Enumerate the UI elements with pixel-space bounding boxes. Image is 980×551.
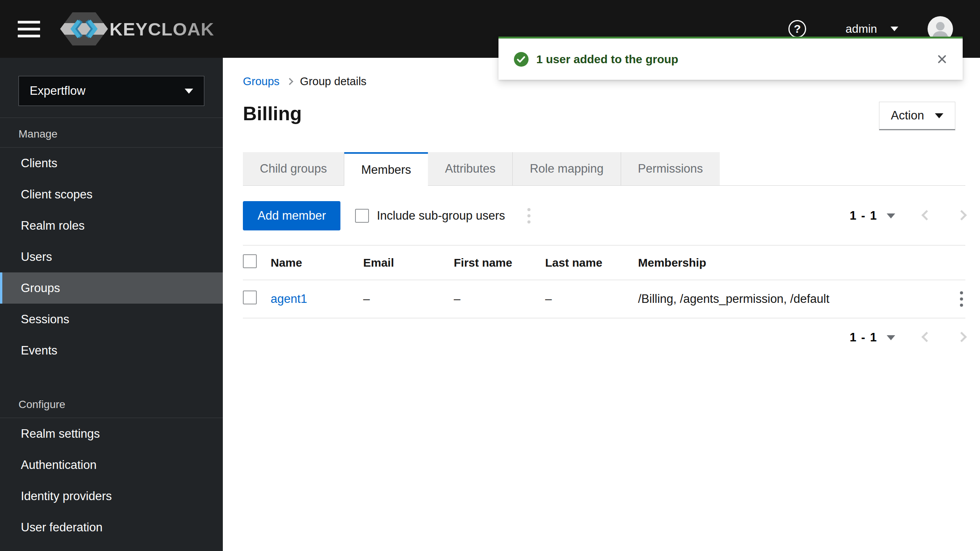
sidebar-item-sessions[interactable]: Sessions xyxy=(0,304,223,335)
pagination-next-button[interactable] xyxy=(930,212,965,220)
sidebar-item-clients[interactable]: Clients xyxy=(0,148,223,179)
tab-members[interactable]: Members xyxy=(344,152,428,186)
include-subgroup-label: Include sub-group users xyxy=(377,209,505,223)
select-all-checkbox[interactable] xyxy=(243,254,257,268)
members-table: Name Email First name Last name Membersh… xyxy=(243,245,965,318)
sidebar-item-identity-providers[interactable]: Identity providers xyxy=(0,480,223,512)
breadcrumb-link-groups[interactable]: Groups xyxy=(243,75,280,88)
pagination-bottom: 1 - 1 xyxy=(850,331,965,344)
column-header-membership: Membership xyxy=(638,245,938,280)
sidebar-item-realm-roles[interactable]: Realm roles xyxy=(0,210,223,241)
pagination-chevron-down-icon xyxy=(887,335,895,340)
success-toast: 1 user added to the group xyxy=(498,37,963,80)
chevron-right-icon xyxy=(956,210,967,220)
member-email: – xyxy=(363,280,454,318)
sidebar-section-title: Configure xyxy=(0,388,223,418)
member-membership: /Billing, /agents_permission, /default xyxy=(638,280,938,318)
tab-child-groups[interactable]: Child groups xyxy=(243,152,344,185)
pagination-range-label: 1 - 1 xyxy=(850,331,877,344)
table-header-row: Name Email First name Last name Membersh… xyxy=(243,245,965,280)
column-header-last-name: Last name xyxy=(545,245,638,280)
sidebar-item-user-federation[interactable]: User federation xyxy=(0,512,223,543)
row-checkbox[interactable] xyxy=(243,291,257,304)
toolbar-kebab-menu-icon[interactable] xyxy=(525,206,533,226)
action-dropdown-button[interactable]: Action xyxy=(879,102,955,130)
column-header-name: Name xyxy=(271,245,363,280)
sidebar-item-events[interactable]: Events xyxy=(0,335,223,366)
column-header-first-name: First name xyxy=(454,245,545,280)
keycloak-brand-logo[interactable]: KEYCLOAK xyxy=(59,11,214,47)
pagination-next-button[interactable] xyxy=(930,333,965,342)
chevron-right-icon xyxy=(956,332,967,342)
pagination-chevron-down-icon xyxy=(887,213,895,218)
column-header-email: Email xyxy=(363,245,454,280)
member-first-name: – xyxy=(454,280,545,318)
toast-message: 1 user added to the group xyxy=(536,53,678,66)
user-menu-chevron-down-icon[interactable] xyxy=(891,27,898,31)
nav-toggle-hamburger-icon[interactable] xyxy=(18,21,40,37)
pagination-range-dropdown[interactable]: 1 - 1 xyxy=(850,209,895,223)
main-content: Groups Group details Billing Action Chil… xyxy=(223,58,980,551)
include-subgroup-checkbox[interactable] xyxy=(355,209,369,223)
pagination-range-dropdown[interactable]: 1 - 1 xyxy=(850,331,895,344)
action-dropdown-label: Action xyxy=(891,109,924,123)
pagination-prev-button[interactable] xyxy=(895,212,930,220)
sidebar-item-client-scopes[interactable]: Client scopes xyxy=(0,179,223,210)
user-menu-label[interactable]: admin xyxy=(845,22,877,35)
members-toolbar: Add member Include sub-group users 1 - 1 xyxy=(243,201,965,230)
keycloak-hexagon-icon xyxy=(59,11,109,47)
sidebar-item-realm-settings[interactable]: Realm settings xyxy=(0,418,223,449)
member-name-link[interactable]: agent1 xyxy=(271,292,307,306)
add-member-button[interactable]: Add member xyxy=(243,201,340,230)
realm-selector-chevron-down-icon xyxy=(185,89,193,94)
sidebar-nav-list: Realm settings Authentication Identity p… xyxy=(0,418,223,543)
table-row: agent1 – – – /Billing, /agents_permissio… xyxy=(243,280,965,318)
page-title: Billing xyxy=(243,102,302,126)
member-last-name: – xyxy=(545,280,638,318)
pagination-range-label: 1 - 1 xyxy=(850,209,877,223)
tab-permissions[interactable]: Permissions xyxy=(621,152,720,185)
brand-wordmark: KEYCLOAK xyxy=(109,18,214,40)
sidebar: Expertflow Manage Clients Client scopes … xyxy=(0,58,223,551)
pagination-top: 1 - 1 xyxy=(850,209,965,223)
tab-attributes[interactable]: Attributes xyxy=(428,152,513,185)
page-header: Billing Action xyxy=(243,102,965,130)
sidebar-nav-list: Clients Client scopes Realm roles Users … xyxy=(0,148,223,366)
sidebar-item-groups[interactable]: Groups xyxy=(0,272,223,304)
pagination-prev-button[interactable] xyxy=(895,333,930,342)
help-icon[interactable]: ? xyxy=(788,20,806,38)
breadcrumb-current: Group details xyxy=(300,75,367,88)
action-chevron-down-icon xyxy=(935,113,943,118)
pagination-bottom-wrap: 1 - 1 xyxy=(243,331,965,344)
tab-role-mapping[interactable]: Role mapping xyxy=(513,152,621,185)
sidebar-section-manage: Manage Clients Client scopes Realm roles… xyxy=(0,118,223,366)
group-detail-tabs: Child groups Members Attributes Role map… xyxy=(243,152,965,186)
realm-selector[interactable]: Expertflow xyxy=(19,76,204,106)
sidebar-section-configure: Configure Realm settings Authentication … xyxy=(0,388,223,543)
realm-selector-value: Expertflow xyxy=(30,84,86,98)
sidebar-item-authentication[interactable]: Authentication xyxy=(0,449,223,480)
row-kebab-menu-icon[interactable] xyxy=(958,289,965,309)
keycloak-admin-console: KEYCLOAK ? admin Expertflow Manage xyxy=(0,0,980,551)
sidebar-item-users[interactable]: Users xyxy=(0,241,223,272)
sidebar-section-title: Manage xyxy=(0,118,223,148)
check-circle-icon xyxy=(514,52,529,67)
breadcrumb-chevron-right-icon xyxy=(286,78,293,85)
toast-close-icon[interactable] xyxy=(937,54,947,64)
